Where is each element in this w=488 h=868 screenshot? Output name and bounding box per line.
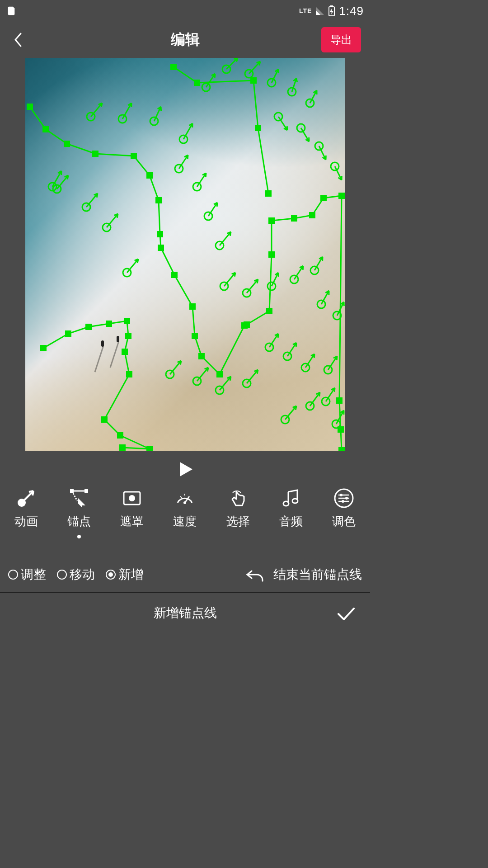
svg-line-190: [285, 406, 296, 420]
canvas-container: [0, 58, 370, 451]
svg-line-174: [269, 334, 278, 347]
tool-anchor[interactable]: 锚点: [56, 487, 102, 529]
anchor-path-icon: [68, 487, 90, 509]
svg-line-182: [305, 354, 314, 368]
network-indicator: LTE: [299, 7, 312, 14]
undo-button[interactable]: [245, 565, 265, 585]
page-title: 编辑: [0, 30, 370, 50]
export-button[interactable]: 导出: [321, 27, 361, 52]
svg-rect-1: [330, 5, 333, 7]
svg-rect-10: [158, 245, 164, 251]
tool-row: 动画锚点遮罩速度选择音频调色: [0, 487, 370, 529]
tool-label: 动画: [14, 514, 38, 529]
tool-mask[interactable]: 遮罩: [109, 487, 155, 529]
svg-line-170: [247, 370, 258, 383]
mask-icon: [121, 487, 143, 509]
tool-animation[interactable]: 动画: [4, 487, 49, 529]
preview-canvas[interactable]: [25, 58, 345, 451]
svg-rect-36: [106, 321, 112, 327]
sd-card-icon: [6, 6, 16, 16]
finish-anchor-line-button[interactable]: 结束当前锚点线: [273, 566, 362, 583]
svg-rect-13: [192, 333, 198, 339]
mode-row: 调整移动新增 结束当前锚点线: [0, 557, 370, 593]
status-bar: LTE 1:49: [0, 0, 370, 22]
svg-rect-5: [92, 151, 99, 157]
svg-line-130: [208, 203, 217, 216]
svg-point-227: [292, 499, 298, 503]
checkmark-icon: [335, 602, 357, 624]
svg-point-234: [342, 500, 344, 503]
svg-rect-44: [119, 444, 126, 451]
motion-arrow-icon: [15, 487, 37, 509]
svg-rect-22: [309, 212, 315, 218]
svg-rect-30: [250, 77, 257, 84]
svg-line-66: [206, 74, 215, 87]
svg-rect-23: [320, 195, 327, 201]
svg-rect-3: [42, 126, 49, 132]
svg-line-106: [57, 175, 68, 189]
svg-rect-9: [157, 231, 163, 237]
playback-row: [0, 451, 370, 487]
svg-rect-18: [266, 308, 272, 314]
radio-ring-icon: [8, 570, 18, 580]
svg-point-230: [340, 494, 343, 496]
svg-rect-38: [125, 333, 131, 339]
mode-label: 调整: [21, 566, 46, 583]
svg-rect-28: [170, 64, 177, 70]
tool-select[interactable]: 选择: [216, 487, 261, 529]
svg-line-122: [179, 155, 188, 169]
tool-label: 遮罩: [120, 514, 144, 529]
svg-rect-34: [65, 330, 71, 337]
svg-line-90: [278, 117, 287, 130]
svg-rect-17: [244, 321, 250, 328]
sliders-icon: [333, 487, 355, 509]
tool-label: 调色: [332, 514, 356, 529]
anchor-overlay: [25, 58, 345, 451]
tool-label: 选择: [226, 514, 250, 529]
tool-color[interactable]: 调色: [321, 487, 366, 529]
mode-label: 新增: [118, 566, 144, 583]
svg-point-232: [345, 497, 348, 500]
tool-label: 速度: [173, 514, 197, 529]
svg-rect-21: [291, 215, 297, 222]
mode-radio-add[interactable]: 新增: [106, 566, 144, 583]
mode-radio-adjust[interactable]: 调整: [8, 566, 46, 583]
svg-rect-43: [146, 446, 153, 451]
svg-rect-24: [338, 193, 345, 199]
mode-radio-move[interactable]: 移动: [57, 566, 95, 583]
svg-rect-4: [64, 141, 70, 147]
svg-point-220: [129, 495, 135, 501]
speedometer-icon: [174, 487, 196, 509]
confirm-button[interactable]: [335, 602, 357, 624]
tool-label: 锚点: [67, 514, 91, 529]
svg-line-70: [226, 58, 238, 69]
tool-speed[interactable]: 速度: [162, 487, 207, 529]
svg-line-194: [310, 392, 320, 406]
svg-rect-32: [265, 190, 272, 197]
svg-line-50: [91, 103, 102, 117]
tool-audio[interactable]: 音频: [268, 487, 314, 529]
radio-ring-icon: [57, 570, 67, 580]
svg-line-134: [220, 232, 231, 245]
svg-rect-35: [85, 324, 92, 330]
svg-rect-33: [40, 345, 47, 351]
svg-rect-20: [268, 217, 275, 224]
play-icon: [175, 459, 195, 479]
svg-line-178: [287, 343, 296, 356]
svg-rect-12: [189, 303, 196, 310]
battery-charging-icon: [328, 5, 335, 16]
svg-point-222: [183, 501, 186, 504]
music-note-icon: [280, 487, 302, 509]
play-button[interactable]: [175, 459, 195, 479]
svg-line-198: [326, 388, 335, 401]
svg-line-186: [328, 356, 337, 370]
back-button[interactable]: [9, 31, 27, 49]
svg-line-162: [197, 368, 208, 381]
signal-icon: [315, 6, 324, 15]
svg-line-118: [127, 259, 138, 273]
clock: 1:49: [339, 4, 364, 18]
svg-point-226: [283, 501, 289, 506]
mode-label: 移动: [70, 566, 95, 583]
svg-rect-14: [198, 353, 205, 359]
svg-line-166: [220, 377, 231, 390]
